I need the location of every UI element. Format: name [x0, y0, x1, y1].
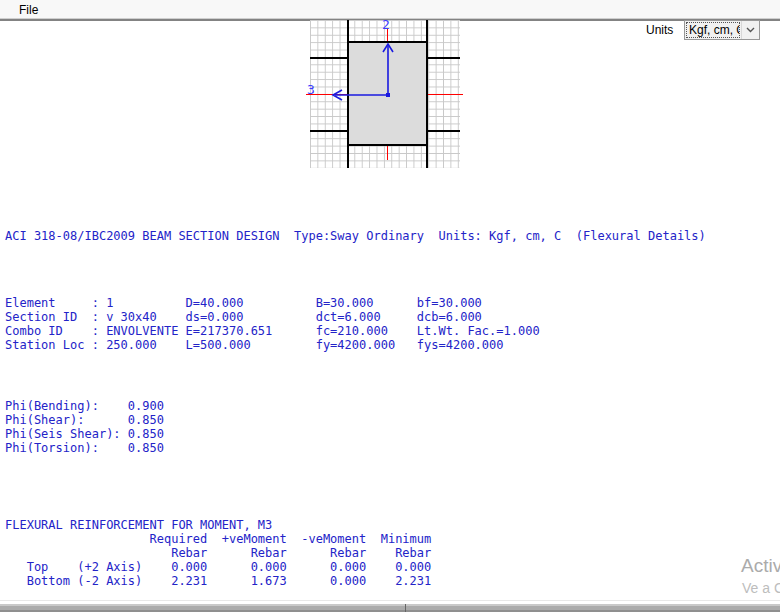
section-info: Element : 1 D=40.000 B=30.000 bf=30.000S…: [5, 296, 706, 352]
report-line: Required +veMoment -veMoment Minimum: [5, 532, 706, 546]
report-line: Rebar Rebar Rebar Rebar: [5, 546, 706, 560]
section-diagram: 2 3: [310, 20, 460, 168]
report-line: FLEXURAL REINFORCEMENT FOR MOMENT, M3: [5, 518, 706, 532]
window-bottom-edge: [0, 600, 780, 612]
chevron-down-icon[interactable]: [741, 21, 759, 39]
section-phi: Phi(Bending): 0.900Phi(Shear): 0.850Phi(…: [5, 399, 706, 455]
section-flexural: FLEXURAL REINFORCEMENT FOR MOMENT, M3 Re…: [5, 518, 706, 588]
report-line: Combo ID : ENVOLVENTE E=217370.651 fc=21…: [5, 324, 706, 338]
menu-bar: File: [0, 0, 780, 18]
report-line: Section ID : v 30x40 ds=0.000 dct=6.000 …: [5, 310, 706, 324]
axis-3-label: 3: [307, 82, 315, 97]
report-line: Bottom (-2 Axis) 2.231 1.673 0.000 2.231: [5, 574, 706, 588]
report-title: ACI 318-08/IBC2009 BEAM SECTION DESIGN T…: [5, 229, 706, 243]
watermark-line2: Ve a C: [742, 580, 780, 596]
window-bottom-notch: [405, 604, 406, 612]
watermark-line1: Activ: [741, 555, 780, 577]
axis-2-label: 2: [382, 17, 390, 32]
report-line: Top (+2 Axis) 0.000 0.000 0.000 0.000: [5, 560, 706, 574]
report-line: Phi(Seis Shear): 0.850: [5, 427, 706, 441]
report-line: Phi(Shear): 0.850: [5, 413, 706, 427]
report-line: Phi(Torsion): 0.850: [5, 441, 706, 455]
menu-file[interactable]: File: [14, 1, 43, 19]
report-line: Phi(Bending): 0.900: [5, 399, 706, 413]
design-report: ACI 318-08/IBC2009 BEAM SECTION DESIGN T…: [5, 201, 706, 612]
axes-arrows: [310, 20, 460, 168]
report-line: Element : 1 D=40.000 B=30.000 bf=30.000: [5, 296, 706, 310]
units-label: Units: [646, 23, 673, 37]
report-line: Station Loc : 250.000 L=500.000 fy=4200.…: [5, 338, 706, 352]
units-value: Kgf, cm, C: [686, 22, 740, 38]
units-dropdown[interactable]: Kgf, cm, C: [684, 20, 760, 40]
